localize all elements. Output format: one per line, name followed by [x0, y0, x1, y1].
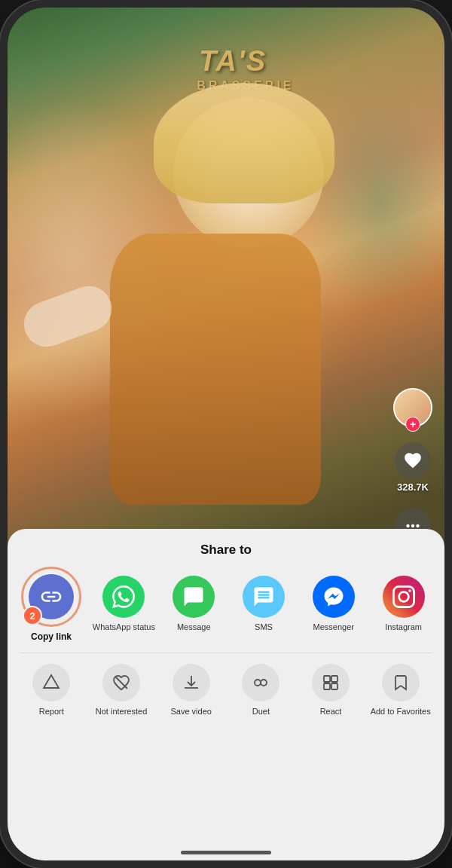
sms-label: SMS — [255, 622, 273, 632]
message-label: Message — [177, 622, 211, 632]
svg-point-4 — [255, 680, 261, 686]
svg-point-0 — [406, 524, 409, 527]
home-indicator — [181, 851, 271, 854]
svg-rect-6 — [324, 676, 330, 682]
react-button[interactable]: React — [296, 664, 366, 717]
phone-frame: TA'S BRASSERIE + 328.7K — [0, 0, 452, 868]
whatsapp-label: WhatsApp status — [93, 622, 155, 632]
svg-rect-8 — [324, 683, 330, 689]
svg-point-2 — [416, 524, 419, 527]
instagram-share[interactable]: Instagram — [368, 576, 438, 632]
like-button[interactable]: 328.7K — [395, 442, 431, 493]
action-row: Report Not interested — [8, 664, 444, 717]
right-sidebar: + 328.7K — [393, 388, 432, 544]
like-count: 328.7K — [397, 481, 429, 493]
not-interested-label: Not interested — [96, 706, 147, 717]
save-video-label: Save video — [170, 706, 211, 717]
divider — [20, 653, 432, 653]
report-button[interactable]: Report — [17, 664, 87, 717]
share-apps-row: Copy link 2 WhatsApp status — [8, 567, 444, 642]
svg-point-1 — [411, 524, 414, 527]
share-to-title: Share to — [8, 529, 444, 567]
svg-rect-9 — [331, 683, 337, 689]
message-share[interactable]: Message — [159, 576, 229, 632]
instagram-label: Instagram — [385, 622, 422, 632]
svg-rect-7 — [331, 676, 337, 682]
report-label: Report — [39, 706, 64, 717]
sign-text: TA'S — [199, 45, 267, 78]
react-label: React — [320, 706, 342, 717]
whatsapp-share[interactable]: WhatsApp status — [89, 576, 159, 632]
svg-point-5 — [261, 680, 267, 686]
add-to-favorites-button[interactable]: Add to Favorites — [365, 664, 435, 717]
duet-label: Duet — [252, 706, 270, 717]
copy-link-badge: 2 — [23, 606, 42, 625]
messenger-label: Messenger — [313, 622, 354, 632]
not-interested-button[interactable]: Not interested — [87, 664, 157, 717]
add-to-favorites-label: Add to Favorites — [371, 706, 431, 717]
sms-share[interactable]: SMS — [229, 576, 299, 632]
duet-button[interactable]: Duet — [226, 664, 296, 717]
save-video-button[interactable]: Save video — [156, 664, 226, 717]
creator-avatar[interactable]: + — [393, 388, 432, 427]
share-bottom-sheet: Share to Copy link 2 — [8, 529, 444, 860]
copy-link-button[interactable]: Copy link 2 — [14, 567, 89, 642]
messenger-share[interactable]: Messenger — [298, 576, 368, 632]
follow-button[interactable]: + — [405, 417, 420, 432]
copy-link-label: Copy link — [31, 631, 72, 642]
video-background: TA'S BRASSERIE — [8, 8, 444, 565]
